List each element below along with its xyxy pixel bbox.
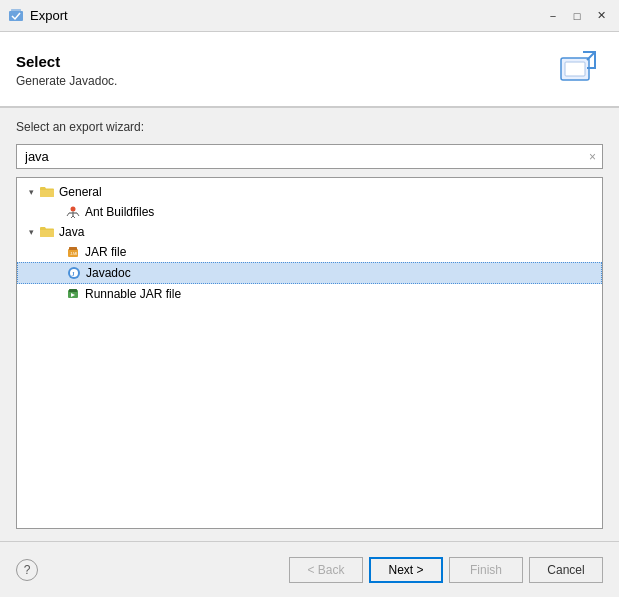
folder-general-icon	[39, 184, 55, 200]
folder-java-icon	[39, 224, 55, 240]
tree-item-java[interactable]: ▾ Java	[17, 222, 602, 242]
expand-java[interactable]: ▾	[25, 226, 37, 238]
window-title: Export	[30, 8, 543, 23]
header-section: Select Generate Javadoc.	[0, 32, 619, 107]
tree-item-general[interactable]: ▾ General	[17, 182, 602, 202]
tree-item-runnable-jar[interactable]: Runnable JAR file	[17, 284, 602, 304]
tree-label-javadoc: Javadoc	[86, 266, 131, 280]
tree-item-javadoc[interactable]: J Javadoc	[17, 262, 602, 284]
svg-text:J: J	[72, 271, 75, 277]
svg-line-11	[73, 216, 75, 218]
header-subtitle: Generate Javadoc.	[16, 74, 117, 88]
window-controls: − □ ✕	[543, 6, 611, 26]
runnable-jar-icon	[65, 286, 81, 302]
tree-label-general: General	[59, 185, 102, 199]
window-icon	[8, 8, 24, 24]
svg-rect-13	[69, 247, 77, 250]
minimize-button[interactable]: −	[543, 6, 563, 26]
tree-label-ant-buildfiles: Ant Buildfiles	[85, 205, 154, 219]
title-bar: Export − □ ✕	[0, 0, 619, 32]
next-button[interactable]: Next >	[369, 557, 443, 583]
filter-label: Select an export wizard:	[16, 120, 603, 134]
close-button[interactable]: ✕	[591, 6, 611, 26]
tree-label-runnable-jar: Runnable JAR file	[85, 287, 181, 301]
help-button[interactable]: ?	[16, 559, 38, 581]
tree-item-jar-file[interactable]: JAR JAR file	[17, 242, 602, 262]
footer: ? < Back Next > Finish Cancel	[0, 541, 619, 597]
search-input[interactable]	[21, 147, 587, 166]
header-icon	[555, 46, 603, 94]
svg-line-10	[71, 216, 73, 218]
tree-label-java: Java	[59, 225, 84, 239]
footer-buttons: < Back Next > Finish Cancel	[289, 557, 603, 583]
main-content: Select an export wizard: × ▾ General	[0, 108, 619, 541]
tree-item-ant-buildfiles[interactable]: Ant Buildfiles	[17, 202, 602, 222]
header-text: Select Generate Javadoc.	[16, 53, 117, 88]
tree-label-jar-file: JAR file	[85, 245, 126, 259]
svg-line-9	[77, 213, 79, 216]
clear-icon[interactable]: ×	[587, 150, 598, 164]
jar-icon: JAR	[65, 244, 81, 260]
expand-general[interactable]: ▾	[25, 186, 37, 198]
header-title: Select	[16, 53, 117, 70]
svg-text:JAR: JAR	[70, 251, 78, 256]
svg-rect-1	[11, 9, 21, 11]
tree-area[interactable]: ▾ General	[16, 177, 603, 529]
svg-line-4	[587, 52, 595, 60]
svg-line-8	[67, 213, 69, 216]
search-row: ×	[16, 144, 603, 169]
svg-rect-3	[565, 62, 585, 76]
svg-point-5	[71, 207, 76, 212]
ant-icon	[65, 204, 81, 220]
javadoc-icon: J	[66, 265, 82, 281]
back-button[interactable]: < Back	[289, 557, 363, 583]
svg-rect-0	[9, 11, 23, 21]
maximize-button[interactable]: □	[567, 6, 587, 26]
svg-rect-19	[69, 289, 77, 292]
cancel-button[interactable]: Cancel	[529, 557, 603, 583]
finish-button[interactable]: Finish	[449, 557, 523, 583]
